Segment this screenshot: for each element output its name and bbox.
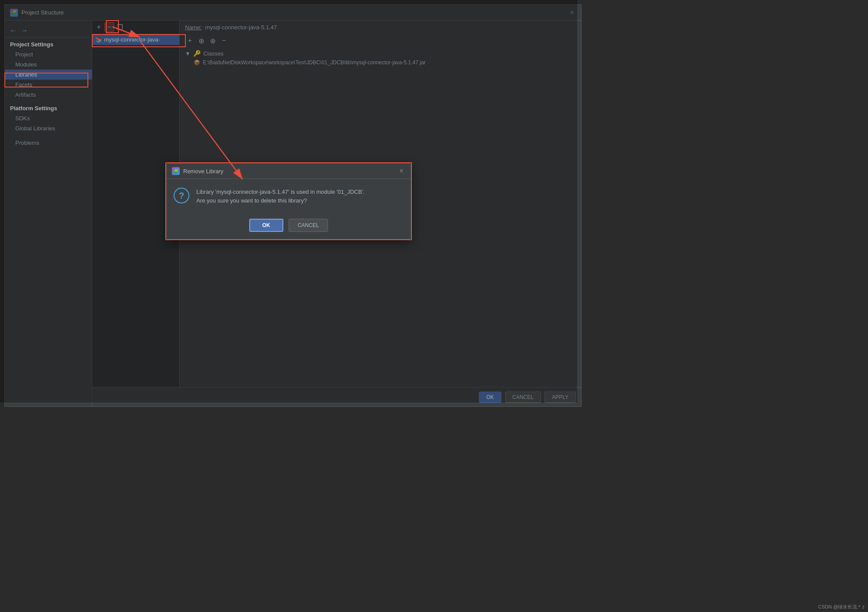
dialog-message: Library 'mysql-connector-java-5.1.47' is… — [196, 188, 404, 205]
dialog-app-icon: 🧩 — [172, 167, 180, 175]
dialog-close-button[interactable]: × — [397, 167, 405, 175]
dialog-title: Remove Library — [183, 168, 223, 175]
question-icon: ? — [174, 188, 189, 203]
dialog-overlay: 🧩 Remove Library × ? Library 'mysql-conn… — [0, 0, 577, 402]
dialog-body: ? Library 'mysql-connector-java-5.1.47' … — [167, 179, 411, 213]
dialog-message-line1: Library 'mysql-connector-java-5.1.47' is… — [196, 188, 404, 196]
dialog-title-left: 🧩 Remove Library — [172, 167, 223, 175]
dialog-ok-button[interactable]: OK — [249, 219, 283, 232]
dialog-wrapper: 🧩 Remove Library × ? Library 'mysql-conn… — [166, 163, 411, 239]
watermark: CSDN @绿水长流＊z — [818, 604, 865, 610]
dialog-footer: OK CANCEL — [167, 213, 411, 239]
dialog-cancel-button[interactable]: CANCEL — [289, 219, 328, 232]
dialog-message-line2: Are you sure you want to delete this lib… — [196, 196, 404, 205]
dialog-title-bar: 🧩 Remove Library × — [167, 164, 411, 179]
remove-library-dialog: 🧩 Remove Library × ? Library 'mysql-conn… — [166, 163, 411, 239]
